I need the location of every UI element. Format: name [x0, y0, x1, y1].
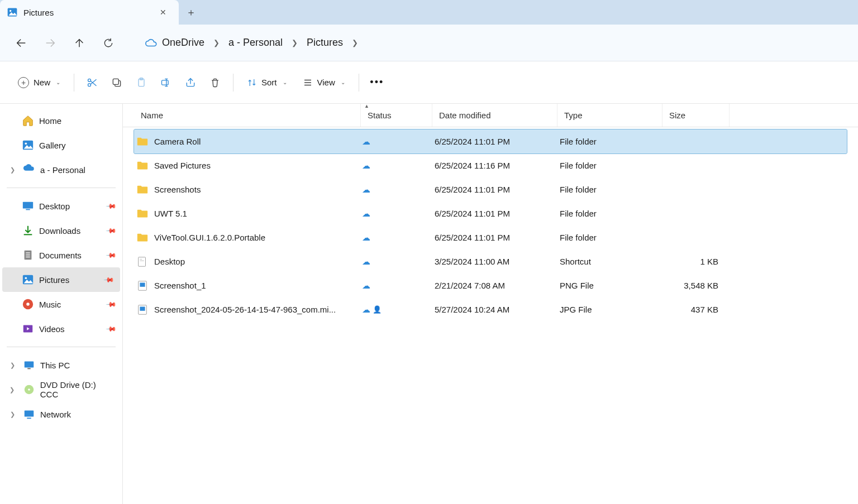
sidebar-item-dvd-drive-d-ccc[interactable]: ❯DVD Drive (D:) CCC [0, 377, 122, 402]
pin-icon: 📌 [106, 225, 117, 237]
up-button[interactable] [65, 32, 94, 54]
svg-rect-23 [27, 368, 31, 369]
svg-point-10 [25, 142, 27, 145]
file-row[interactable]: Screenshot_1☁2/21/2024 7:08 AMPNG File3,… [134, 273, 847, 297]
back-button[interactable] [7, 32, 36, 54]
trash-icon [209, 77, 221, 88]
crumb-pictures[interactable]: Pictures [301, 33, 349, 52]
sort-button[interactable]: Sort ⌄ [239, 71, 295, 94]
file-name: Camera Roll [154, 137, 201, 146]
file-row[interactable]: ViVeTool.GUI.1.6.2.0.Portable☁6/25/2024 … [134, 225, 847, 249]
file-name: Screenshot_2024-05-26-14-15-47-963_com.m… [154, 305, 336, 314]
file-type: File folder [553, 209, 658, 218]
refresh-icon [103, 37, 114, 49]
sidebar-item-label: DVD Drive (D:) CCC [40, 380, 116, 399]
pictures-icon [7, 7, 18, 18]
copy-icon [111, 77, 122, 88]
file-name: Desktop [154, 257, 185, 266]
chevron-right-icon[interactable]: ❯ [288, 39, 301, 47]
file-date: 6/25/2024 11:01 PM [428, 233, 553, 242]
chevron-right-icon[interactable]: ❯ [7, 362, 18, 369]
col-type[interactable]: Type [557, 104, 662, 127]
svg-rect-26 [25, 411, 34, 417]
folder-icon [136, 160, 149, 172]
pin-icon: 📌 [106, 299, 117, 310]
svg-rect-12 [26, 209, 30, 210]
file-type: File folder [553, 185, 658, 194]
chevron-right-icon[interactable]: ❯ [7, 386, 18, 393]
rename-button[interactable] [154, 71, 178, 94]
crumb-onedrive[interactable]: OneDrive [140, 33, 210, 52]
col-name[interactable]: Name [134, 104, 361, 127]
file-date: 6/25/2024 11:01 PM [428, 185, 553, 194]
copy-button[interactable] [104, 71, 129, 94]
file-row[interactable]: Screenshots☁6/25/2024 11:01 PMFile folde… [134, 177, 847, 201]
documents-icon [22, 249, 34, 261]
crumb-personal[interactable]: a - Personal [223, 33, 288, 52]
sidebar-item-label: Desktop [39, 201, 70, 211]
new-tab-button[interactable]: ＋ [179, 0, 203, 25]
file-type: File folder [553, 233, 658, 242]
arrow-right-icon [44, 37, 56, 49]
command-bar: + New ⌄ Sort ⌄ View ⌄ ••• [0, 61, 858, 104]
folder-icon [136, 136, 149, 148]
pin-icon: 📌 [103, 274, 115, 286]
list-icon [303, 78, 313, 88]
svg-rect-5 [113, 79, 118, 84]
svg-rect-29 [140, 282, 145, 286]
sidebar-item-documents[interactable]: Documents📌 [0, 243, 122, 267]
col-date[interactable]: Date modified [432, 104, 557, 127]
pc-icon [23, 359, 35, 371]
tab-label: Pictures [23, 8, 150, 17]
file-row[interactable]: UWT 5.1☁6/25/2024 11:01 PMFile folder [134, 201, 847, 225]
file-row[interactable]: Desktop☁3/25/2024 11:00 AMShortcut1 KB [134, 249, 847, 273]
sidebar-item-this-pc[interactable]: ❯This PC [0, 353, 122, 377]
music-icon [22, 298, 34, 310]
more-button[interactable]: ••• [365, 71, 389, 94]
file-row[interactable]: Saved Pictures☁6/25/2024 11:16 PMFile fo… [134, 153, 847, 177]
sidebar-item-downloads[interactable]: Downloads📌 [0, 218, 122, 243]
file-date: 5/27/2024 10:24 AM [428, 305, 553, 314]
forward-button[interactable] [36, 32, 65, 54]
sidebar-item-videos[interactable]: Videos📌 [0, 316, 122, 341]
pin-icon: 📌 [106, 200, 117, 212]
plus-circle-icon: + [18, 77, 29, 88]
view-button[interactable]: View ⌄ [295, 71, 353, 94]
new-button[interactable]: + New ⌄ [10, 71, 68, 94]
col-size[interactable]: Size [662, 104, 730, 127]
delete-button[interactable] [203, 71, 227, 94]
sidebar-item-home[interactable]: Home [0, 108, 122, 133]
share-button[interactable] [178, 71, 203, 94]
sidebar-item-label: Documents [39, 251, 82, 260]
close-tab-button[interactable]: ✕ [155, 4, 171, 20]
onedrive-icon [23, 164, 35, 176]
file-list: ▲ Name Status Date modified Type Size Ca… [123, 104, 858, 504]
file-row[interactable]: Screenshot_2024-05-26-14-15-47-963_com.m… [134, 297, 847, 321]
sidebar-item-label: Videos [39, 324, 65, 334]
svg-point-1 [9, 10, 11, 12]
sidebar-item-music[interactable]: Music📌 [0, 292, 122, 316]
paste-button[interactable] [129, 71, 154, 94]
sidebar-item-gallery[interactable]: Gallery [0, 133, 122, 157]
sidebar-item-a-personal[interactable]: ❯a - Personal [0, 157, 122, 182]
chevron-right-icon[interactable]: ❯ [7, 411, 18, 418]
file-date: 2/21/2024 7:08 AM [428, 281, 553, 290]
cut-button[interactable] [80, 71, 104, 94]
sidebar-item-network[interactable]: ❯Network [0, 402, 122, 426]
file-row[interactable]: Camera Roll☁6/25/2024 11:01 PMFile folde… [134, 129, 847, 153]
chevron-right-icon[interactable]: ❯ [349, 39, 361, 47]
col-status[interactable]: Status [361, 104, 432, 127]
svg-rect-11 [23, 202, 33, 209]
rename-icon [160, 77, 171, 88]
paste-icon [136, 77, 147, 88]
chevron-right-icon[interactable]: ❯ [7, 166, 18, 174]
tab-pictures[interactable]: Pictures ✕ [0, 0, 179, 25]
refresh-button[interactable] [94, 32, 123, 54]
file-size: 3,548 KB [658, 281, 725, 290]
cloud-status-icon: ☁ [362, 161, 370, 171]
ellipsis-icon: ••• [370, 76, 384, 88]
sidebar-item-pictures[interactable]: Pictures📌 [2, 267, 120, 292]
chevron-right-icon[interactable]: ❯ [210, 39, 223, 47]
sidebar-item-desktop[interactable]: Desktop📌 [0, 194, 122, 218]
sidebar-item-label: Home [39, 116, 61, 126]
